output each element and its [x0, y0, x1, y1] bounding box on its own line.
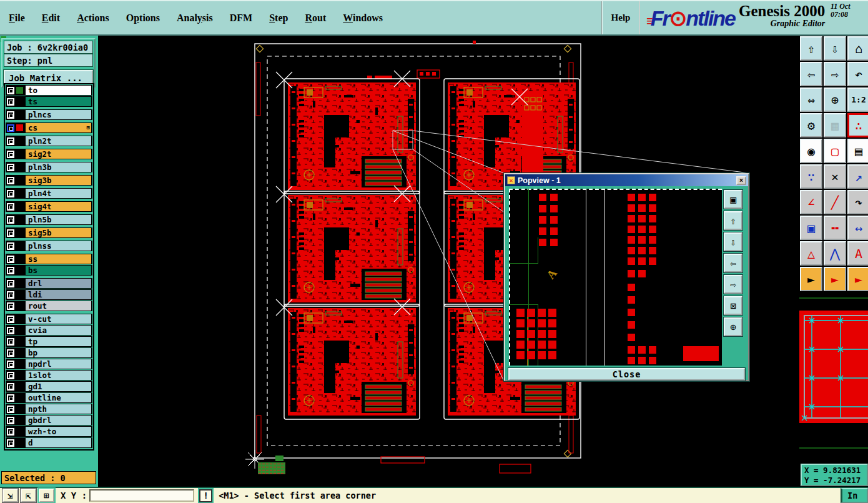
layer-row-d[interactable]: d: [6, 437, 92, 448]
layer-row-plncs[interactable]: plncs: [6, 109, 92, 120]
layer-row-ss[interactable]: ss: [6, 254, 92, 264]
chevron-up-button[interactable]: ⋀: [824, 241, 846, 266]
overview-map[interactable]: [799, 292, 868, 464]
layer-row-pln4t[interactable]: pln4t: [6, 188, 92, 199]
fit-width-button[interactable]: ⇔: [800, 87, 822, 112]
setup-tools-button[interactable]: ⚙: [800, 113, 822, 137]
angle-button[interactable]: ∠: [800, 190, 822, 214]
layer-row-bs[interactable]: bs: [6, 265, 92, 276]
layer-row-pln2t[interactable]: pln2t: [6, 136, 92, 146]
scale-select-button[interactable]: ⇱: [21, 489, 36, 502]
xy-input[interactable]: [89, 489, 194, 502]
layer-row-ts[interactable]: ts: [6, 96, 92, 107]
layer-checkbox[interactable]: [7, 137, 14, 145]
layer-checkbox[interactable]: [7, 190, 14, 197]
layer-row-gd1[interactable]: gd1: [6, 381, 92, 392]
layer-checkbox[interactable]: [7, 151, 14, 158]
cursor-select-button[interactable]: ►: [800, 267, 822, 291]
layer-row-npth[interactable]: npth: [6, 404, 92, 414]
layer-checkbox[interactable]: [7, 327, 14, 334]
layer-checkbox[interactable]: [7, 256, 14, 263]
layer-row-sig2t[interactable]: sig2t: [6, 149, 92, 159]
layer-checkbox[interactable]: [7, 242, 14, 250]
layer-row-sig4t[interactable]: sig4t: [6, 201, 92, 212]
menu-windows[interactable]: Windows: [343, 12, 383, 24]
previous-view-button[interactable]: ↶: [847, 62, 868, 86]
layer-row-ldi[interactable]: ldi: [6, 289, 92, 300]
menu-dfm[interactable]: DFM: [230, 12, 252, 24]
select-move-button[interactable]: ◉: [800, 139, 822, 163]
zoom-ratio-button[interactable]: 1:2: [847, 87, 868, 112]
popview-titlebar[interactable]: ✕ Popview - 1 ×: [505, 174, 748, 186]
gap-measure-button[interactable]: ↔: [847, 216, 868, 240]
menu-options[interactable]: Options: [126, 12, 160, 24]
highlight-nets-button[interactable]: ∴: [847, 113, 868, 137]
layer-checkbox[interactable]: [7, 372, 14, 379]
popview-move-button[interactable]: ⊕: [724, 317, 742, 336]
text-marker-button[interactable]: A: [847, 241, 868, 266]
home-view-button[interactable]: ⌂: [847, 36, 868, 61]
window-grid-button[interactable]: ⊞: [39, 489, 54, 502]
layer-checkbox[interactable]: [7, 124, 14, 132]
menu-actions[interactable]: Actions: [77, 12, 109, 24]
popview-canvas[interactable]: A: [509, 189, 722, 366]
pcb-board[interactable]: [284, 191, 420, 306]
menu-help[interactable]: Help: [611, 12, 631, 23]
line-button[interactable]: ╱: [824, 190, 846, 214]
layer-checkbox[interactable]: [7, 291, 14, 299]
paste-down-button[interactable]: ⇩: [824, 36, 846, 61]
layer-row-bp[interactable]: bp: [6, 347, 92, 358]
layer-row-plnss[interactable]: plnss: [6, 241, 92, 251]
layer-checkbox[interactable]: [7, 439, 14, 447]
layer-row-pln5b[interactable]: pln5b: [6, 214, 92, 225]
pan-right-button[interactable]: ⇨: [824, 62, 846, 86]
layer-row-npdrl[interactable]: npdrl: [6, 359, 92, 369]
cursor-frame-button[interactable]: ►: [824, 267, 846, 291]
trace-button[interactable]: ╍: [824, 216, 846, 240]
popview-right-button[interactable]: ⇨: [724, 275, 742, 294]
layer-checkbox[interactable]: [7, 229, 14, 237]
pcb-board[interactable]: [284, 79, 420, 194]
move-point-button[interactable]: ↗: [847, 164, 868, 189]
triangle-outline-button[interactable]: △: [800, 241, 822, 266]
menu-analysis[interactable]: Analysis: [177, 12, 213, 24]
layer-row-pln3b[interactable]: pln3b: [6, 162, 92, 172]
menu-rout[interactable]: Rout: [305, 12, 326, 24]
zoom-area-button[interactable]: ⇲: [2, 489, 18, 502]
ruler-button[interactable]: ▤: [847, 139, 868, 163]
net-points-button[interactable]: ∵: [800, 164, 822, 189]
paste-up-button[interactable]: ⇧: [800, 36, 822, 61]
layer-row-sig5b[interactable]: sig5b: [6, 227, 92, 238]
layer-row-cvia[interactable]: cvia: [6, 325, 92, 336]
layer-checkbox[interactable]: [7, 394, 14, 402]
pcb-board[interactable]: [284, 304, 420, 419]
popview-up-button[interactable]: ⇧: [724, 211, 742, 230]
layer-checkbox[interactable]: [7, 98, 14, 106]
copy-shape-button[interactable]: ▢: [824, 139, 846, 163]
layer-row-cs[interactable]: cs⊞: [6, 122, 92, 133]
layer-checkbox[interactable]: [7, 383, 14, 391]
grid-toggle-button[interactable]: ▦: [824, 113, 846, 137]
menu-edit[interactable]: Edit: [42, 12, 60, 24]
layer-checkbox[interactable]: [7, 349, 14, 357]
layer-checkbox[interactable]: [7, 417, 14, 424]
layer-checkbox[interactable]: [7, 280, 14, 287]
layer-row-sig3b[interactable]: sig3b: [6, 175, 92, 186]
popview-fit-button[interactable]: ⊠: [724, 296, 742, 315]
layer-checkbox[interactable]: [7, 111, 14, 119]
layer-row-rout[interactable]: rout: [6, 301, 92, 311]
layer-checkbox[interactable]: [7, 361, 14, 368]
layer-row-gbdrl[interactable]: gbdrl: [6, 415, 92, 426]
popview-close-icon[interactable]: ×: [736, 176, 746, 185]
alert-button[interactable]: !: [199, 489, 212, 502]
popview-restore-button[interactable]: ▣: [724, 190, 742, 209]
layer-checkbox[interactable]: [7, 338, 14, 346]
layer-checkbox[interactable]: [7, 203, 14, 211]
layer-row-to[interactable]: to: [6, 85, 92, 96]
layer-checkbox[interactable]: [7, 87, 14, 94]
layer-row-drl[interactable]: drl: [6, 278, 92, 289]
cursor-round-button[interactable]: ►: [847, 267, 868, 291]
menu-step[interactable]: Step: [269, 12, 288, 24]
layer-checkbox[interactable]: [7, 164, 14, 171]
layer-row-wzh-to[interactable]: wzh-to: [6, 426, 92, 437]
